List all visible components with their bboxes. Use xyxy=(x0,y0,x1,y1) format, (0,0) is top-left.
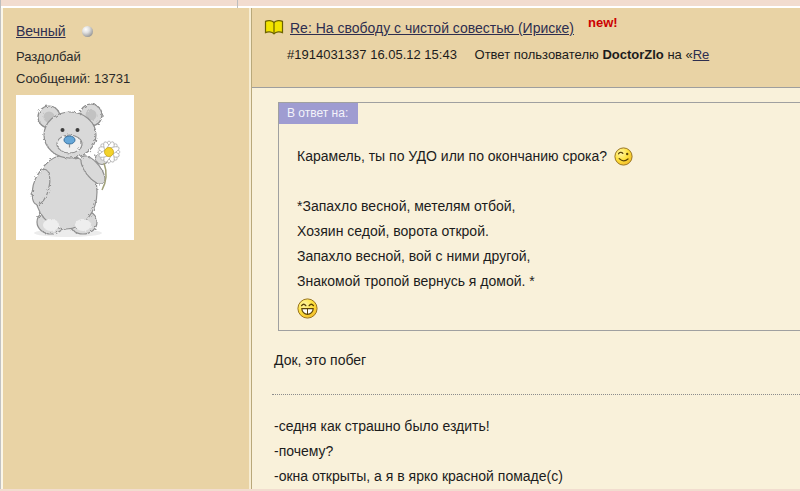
post-message: Док, это побег xyxy=(274,352,800,370)
reply-suffix: на « xyxy=(667,47,692,62)
wink-smiley-icon xyxy=(614,147,633,166)
post-meta-row: #1914031337 16.05.12 15:43 Ответ пользов… xyxy=(264,47,800,62)
username-link[interactable]: Вечный xyxy=(16,23,66,39)
avatar xyxy=(16,95,134,240)
signature-block: -седня как страшно было ездить! -почему?… xyxy=(272,414,800,489)
quote-poem-line: Знакомой тропой вернусь я домой. * xyxy=(297,269,800,294)
post-title-link[interactable]: Re: На свободу с чистой совестью (Ириске… xyxy=(290,20,574,36)
top-strip-left-mark xyxy=(0,0,1,8)
signature-line: -окна открыты, а я в ярко красной помаде… xyxy=(274,464,800,489)
reply-source-link[interactable]: Re xyxy=(693,47,710,62)
quote-content: Карамель, ты по УДО или по окончанию сро… xyxy=(279,124,800,330)
post-main: Re: На свободу с чистой совестью (Ириске… xyxy=(252,8,800,489)
teddy-bear-with-daisy-avatar xyxy=(16,95,134,240)
user-post-count: Сообщений: 13731 xyxy=(16,71,249,86)
book-icon xyxy=(264,19,284,36)
user-line: Вечный xyxy=(16,23,249,39)
reply-to-username: DoctorZlo xyxy=(602,47,663,62)
user-title: Раздолбай xyxy=(16,49,249,64)
quote-box: В ответ на: Карамель, ты по УДО или по о… xyxy=(278,102,800,331)
quote-poem-line: Запахло весной, вой с ними другой, xyxy=(297,244,800,269)
top-strip xyxy=(0,0,800,8)
post-title-row: Re: На свободу с чистой совестью (Ириске… xyxy=(264,19,800,36)
post-header: Re: На свободу с чистой совестью (Ириске… xyxy=(252,8,800,88)
reply-prefix: Ответ пользователю xyxy=(475,47,599,62)
quote-poem-line: *Запахло весной, метелям отбой, xyxy=(297,194,800,219)
post-datetime: 16.05.12 15:43 xyxy=(370,47,457,62)
quote-blank-line xyxy=(297,169,800,194)
grin-smiley-icon xyxy=(297,298,318,319)
quote-line-text: Карамель, ты по УДО или по окончанию сро… xyxy=(297,148,607,164)
signature-separator xyxy=(272,394,800,395)
top-strip-column-mark xyxy=(237,0,238,8)
post-author-panel: Вечный Раздолбай Сообщений: 13731 xyxy=(1,8,249,489)
reply-info: Ответ пользователю DoctorZlo на «Re xyxy=(475,47,710,62)
post-body: В ответ на: Карамель, ты по УДО или по о… xyxy=(252,88,800,489)
forum-post-page: { "sidebar": { "username": "Вечный", "us… xyxy=(0,0,800,491)
quote-smiley-line xyxy=(297,294,800,322)
status-sphere-icon xyxy=(82,26,93,37)
post-layout: Вечный Раздолбай Сообщений: 13731 xyxy=(0,8,800,489)
new-badge: new! xyxy=(588,15,618,30)
quote-label: В ответ на: xyxy=(279,103,358,124)
quote-poem-line: Хозяин седой, ворота открой. xyxy=(297,219,800,244)
post-id: #1914031337 xyxy=(287,47,367,62)
signature-line: -почему? xyxy=(274,439,800,464)
quote-line: Карамель, ты по УДО или по окончанию сро… xyxy=(297,144,800,169)
signature-line: -седня как страшно было ездить! xyxy=(274,414,800,439)
